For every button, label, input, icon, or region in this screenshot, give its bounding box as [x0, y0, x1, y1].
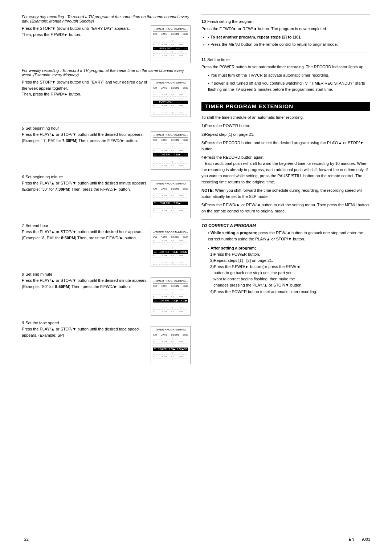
step5-num: 5 — [22, 126, 24, 130]
left-column: For every day recording : To record a TV… — [22, 15, 191, 530]
step10-title: Finish setting the program — [207, 19, 253, 25]
step10-text1: Press the F.FWD/► or REW/◄ button. The p… — [201, 26, 370, 32]
timer-box-every-day: – TIMER PROGRAMMING – CH DATE BEGIN END … — [151, 25, 191, 63]
every-day-section: For every day recording : To record a TV… — [22, 15, 191, 63]
step7-text: Press the PLAY/▲ or STOP/▼ button until … — [22, 229, 148, 241]
page: For every day recording : To record a TV… — [0, 0, 392, 556]
timer-ext-header: TIMER PROGRAM EXTENSION — [201, 102, 370, 111]
timer-ext-step5: 5)Press the F.FWD/► or REW/◄ button to e… — [201, 202, 370, 214]
step9-num: 9 — [22, 321, 24, 325]
step8-text: Press the PLAY/▲ or STOP/▼ button until … — [22, 277, 148, 289]
correct-header: TO CORRECT A PROGRAM — [201, 223, 370, 228]
page-lang: EN — [349, 537, 354, 541]
step7-block: 7 Set end hour Press the PLAY/▲ or STOP/… — [22, 223, 191, 267]
step11-title: Set the timer — [207, 57, 230, 63]
step11-num: 11 — [201, 57, 206, 63]
timer-box-step8: – TIMER PROGRAMMING – CHDATEBEGINEND ···… — [151, 277, 191, 316]
correct-content: • While setting a program; press the REW… — [201, 230, 370, 295]
step8-title: Set end minute — [25, 272, 52, 276]
timer-ext-step3: 3)Press the RECORD button and select the… — [201, 140, 370, 152]
timer-ext-step1: 1)Press the POWER button. — [201, 123, 370, 129]
timer-ext-content: To shift the time schedule of an automat… — [201, 114, 370, 214]
right-column: 10 Finish setting the program Press the … — [201, 15, 370, 530]
step6-title: Set beginning minute — [25, 175, 63, 179]
page-number: - 22 - — [22, 537, 31, 541]
step6-text: Press the PLAY/▲ or STOP/▼ button until … — [22, 180, 148, 192]
step11-bullets: • You must turn off the TV/VCR to activa… — [208, 72, 370, 93]
every-day-header: For every day recording : To record a TV… — [22, 15, 191, 23]
step6-num: 6 — [22, 175, 24, 179]
step7-num: 7 — [22, 223, 24, 228]
step5-title: Set beginning hour — [25, 126, 59, 130]
step5-block: 5 Set beginning hour Press the PLAY/▲ or… — [22, 126, 191, 170]
timer-ext-note: NOTE: When you shift forward the time sc… — [201, 187, 370, 200]
page-footer: - 22 - EN 9J03 — [22, 537, 370, 541]
step9-block: 9 Set the tape speed Press the PLAY/▲ or… — [22, 321, 191, 364]
step11-block: 11 Set the timer Press the POWER button … — [201, 57, 370, 93]
timer-box-step5: – TIMER PROGRAMMING – CHDATEBEGINEND ···… — [151, 131, 191, 170]
timer-ext-intro: To shift the time schedule of an automat… — [201, 114, 370, 121]
timer-box-step7: – TIMER PROGRAMMING – CHDATEBEGINEND ···… — [151, 229, 191, 267]
every-week-text: Press the STOP/▼ (down) button until "EV… — [22, 79, 148, 97]
correct-bullet1: • While setting a program; press the REW… — [208, 230, 370, 242]
every-week-header: For weekly recording : To record a TV pr… — [22, 68, 191, 77]
timer-box-step9: – TIMER PROGRAMMING – CHDATEBEGINEND ···… — [151, 326, 191, 364]
step8-num: 8 — [22, 272, 24, 276]
every-day-text: Press the STOP/▼ (down) button until "EV… — [22, 25, 148, 37]
timer-box-every-week: – TIMER PROGRAMMING – CH DATE BEGIN END … — [151, 79, 191, 117]
step5-text: Press the PLAY/▲ or STOP/▼ button until … — [22, 131, 148, 143]
step7-title: Set end hour — [25, 223, 48, 228]
step9-text: Press the PLAY/▲ or STOP/▼ button until … — [22, 326, 148, 338]
timer-box-step6: – TIMER PROGRAMMING – CHDATEBEGINEND ···… — [151, 180, 191, 218]
step6-block: 6 Set beginning minute Press the PLAY/▲ … — [22, 175, 191, 218]
step10-bullets: • To set another program, repeat steps [… — [208, 34, 370, 48]
step9-title: Set the tape speed — [25, 321, 59, 325]
timer-ext-step2: 2)Repeat step [1] on page 21. — [201, 131, 370, 138]
correct-bullet2: • After setting a program; 1)Press the P… — [208, 245, 370, 295]
step8-block: 8 Set end minute Press the PLAY/▲ or STO… — [22, 272, 191, 316]
timer-ext-block: TIMER PROGRAM EXTENSION To shift the tim… — [201, 102, 370, 214]
step10-block: 10 Finish setting the program Press the … — [201, 19, 370, 48]
step11-text1: Press the POWER button to set automatic … — [201, 64, 370, 70]
step10-num: 10 — [201, 19, 206, 25]
every-week-section: For weekly recording : To record a TV pr… — [22, 68, 191, 117]
timer-ext-step4: 4)Press the RECORD button again. Each ad… — [201, 154, 370, 185]
correct-block: TO CORRECT A PROGRAM • While setting a p… — [201, 223, 370, 295]
page-code: 9J03 — [362, 537, 370, 541]
